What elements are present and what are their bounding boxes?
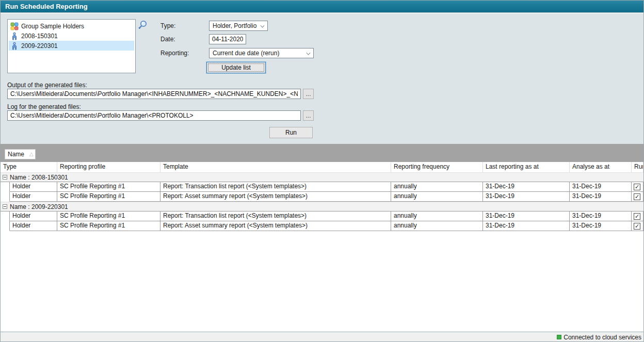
window-title: Run Scheduled Reporting: [5, 3, 88, 10]
column-header-type[interactable]: Type: [1, 162, 57, 172]
cell-type: Holder: [10, 192, 57, 202]
type-select[interactable]: Holder, Portfolio: [209, 21, 268, 31]
group-chip-name[interactable]: Name △: [5, 149, 36, 159]
cell-run-checked: ✓: [632, 192, 643, 202]
table-body: Name : 2008-150301HolderSC Profile Repor…: [1, 172, 643, 231]
table-row: HolderSC Profile Reporting #1Report: Tra…: [1, 182, 643, 192]
group-row-label: Name : 2009-220301: [10, 203, 68, 210]
cell-template: Report: Asset summary report (<System te…: [160, 221, 391, 231]
cell-run-checked: ✓: [632, 182, 643, 192]
reporting-select-value: Current due date (rerun): [213, 50, 304, 57]
cloud-status-icon: [557, 335, 561, 339]
type-select-value: Holder, Portfolio: [213, 22, 258, 29]
log-browse-button[interactable]: ...: [303, 110, 314, 121]
cell-template: Report: Transaction list report (<System…: [160, 211, 391, 221]
search-icon: [137, 19, 149, 31]
cell-last-reporting-as-at: 31-Dec-19: [483, 182, 570, 192]
person-icon: [10, 32, 19, 40]
reporting-select[interactable]: Current due date (rerun): [209, 48, 314, 58]
tree-item-label: 2009-220301: [21, 42, 58, 50]
log-path-input[interactable]: [7, 110, 301, 121]
cell-type: Holder: [10, 211, 57, 221]
chevron-down-icon: [306, 51, 310, 55]
log-files-label: Log for the generated files:: [7, 103, 81, 110]
run-checkbox[interactable]: ✓: [634, 193, 640, 200]
update-list-button[interactable]: Update list: [206, 62, 266, 73]
cell-reporting-profile: SC Profile Reporting #1: [57, 182, 160, 192]
cell-last-reporting-as-at: 31-Dec-19: [483, 211, 570, 221]
table-row: HolderSC Profile Reporting #1Report: Ass…: [1, 221, 643, 231]
group-row-label: Name : 2008-150301: [10, 174, 68, 181]
group-indent: [1, 182, 10, 192]
run-scheduled-reporting-window: Run Scheduled Reporting Group Sample Hol…: [0, 0, 644, 342]
cell-template: Report: Asset summary report (<System te…: [160, 192, 391, 202]
output-browse-button[interactable]: ...: [303, 89, 314, 99]
cell-analyse-as-at: 31-Dec-19: [570, 211, 632, 221]
column-header-analyse-as-at[interactable]: Analyse as at: [570, 162, 632, 172]
group-indent: [1, 221, 10, 231]
tree-item[interactable]: 2008-150301: [9, 31, 134, 41]
title-bar: Run Scheduled Reporting: [1, 1, 643, 13]
cell-analyse-as-at: 31-Dec-19: [570, 221, 632, 231]
group-icon: [10, 22, 19, 30]
column-header-reporting-profile[interactable]: Reporting profile: [57, 162, 160, 172]
run-checkbox[interactable]: ✓: [634, 223, 640, 230]
run-checkbox[interactable]: ✓: [634, 184, 640, 190]
cell-analyse-as-at: 31-Dec-19: [570, 182, 632, 192]
tree-item-label: 2008-150301: [21, 32, 58, 40]
date-input[interactable]: [209, 34, 246, 44]
status-bar: Connected to cloud services: [1, 333, 643, 341]
column-header-template[interactable]: Template: [160, 162, 391, 172]
tree-item-label: Group Sample Holders: [21, 23, 84, 30]
group-icon: [10, 22, 19, 30]
cell-template: Report: Transaction list report (<System…: [160, 182, 391, 192]
cell-reporting-frequency: annually: [391, 221, 483, 231]
cell-last-reporting-as-at: 31-Dec-19: [483, 192, 570, 202]
tree-item[interactable]: 2009-220301: [9, 41, 134, 51]
group-indent: [1, 211, 10, 221]
cell-reporting-frequency: annually: [391, 211, 483, 221]
run-button[interactable]: Run: [269, 127, 313, 138]
cell-analyse-as-at: 31-Dec-19: [570, 192, 632, 202]
collapse-icon[interactable]: [3, 175, 7, 180]
parameters-panel: Group Sample Holders2008-1503012009-2203…: [1, 13, 643, 144]
group-by-bar: Name △: [1, 144, 643, 162]
output-files-label: Output of the generated files:: [7, 82, 87, 89]
person-icon: [10, 42, 19, 50]
group-row[interactable]: Name : 2009-220301: [1, 202, 643, 211]
cell-reporting-profile: SC Profile Reporting #1: [57, 192, 160, 202]
table-row: HolderSC Profile Reporting #1Report: Tra…: [1, 211, 643, 221]
person-icon: [10, 32, 19, 40]
table-row: HolderSC Profile Reporting #1Report: Ass…: [1, 192, 643, 202]
cell-reporting-profile: SC Profile Reporting #1: [57, 221, 160, 231]
group-indent: [1, 192, 10, 202]
cell-reporting-frequency: annually: [391, 192, 483, 202]
cell-type: Holder: [10, 182, 57, 192]
tree-item[interactable]: Group Sample Holders: [9, 21, 134, 31]
column-header-run-checked[interactable]: Run: [632, 162, 643, 172]
schedule-table: TypeReporting profileTemplateReporting f…: [1, 162, 643, 332]
cell-last-reporting-as-at: 31-Dec-19: [483, 221, 570, 231]
status-text: Connected to cloud services: [564, 334, 641, 341]
type-label: Type:: [160, 21, 175, 31]
person-icon: [10, 42, 19, 50]
group-row[interactable]: Name : 2008-150301: [1, 172, 643, 182]
sort-ascending-icon: △: [29, 152, 34, 157]
group-chip-label: Name: [8, 151, 24, 158]
column-header-last-reporting-as-at[interactable]: Last reporting as at: [483, 162, 570, 172]
table-header-row: TypeReporting profileTemplateReporting f…: [1, 162, 643, 172]
run-checkbox[interactable]: ✓: [634, 213, 640, 220]
search-button[interactable]: [137, 19, 149, 31]
collapse-icon[interactable]: [3, 204, 7, 209]
cell-reporting-frequency: annually: [391, 182, 483, 192]
cell-run-checked: ✓: [632, 221, 643, 231]
cell-type: Holder: [10, 221, 57, 231]
cell-run-checked: ✓: [632, 211, 643, 221]
column-header-reporting-frequency[interactable]: Reporting frequency: [391, 162, 483, 172]
reporting-label: Reporting:: [160, 48, 189, 58]
output-path-input[interactable]: [7, 89, 301, 99]
cell-reporting-profile: SC Profile Reporting #1: [57, 211, 160, 221]
holder-tree-list[interactable]: Group Sample Holders2008-1503012009-2203…: [7, 19, 136, 73]
chevron-down-icon: [260, 24, 264, 28]
date-label: Date:: [160, 34, 175, 44]
